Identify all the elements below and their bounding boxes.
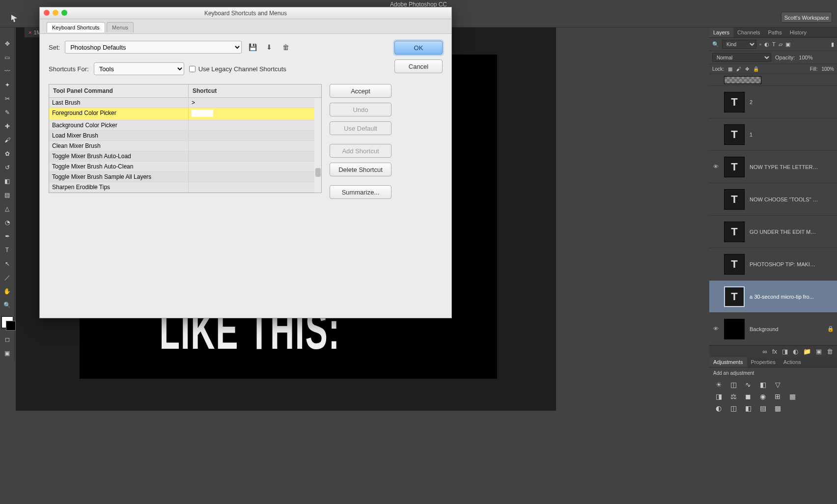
tab-actions[interactable]: Actions: [780, 357, 805, 367]
layer-name[interactable]: Background: [750, 326, 779, 332]
tab-history[interactable]: History: [786, 28, 810, 37]
filter-type-icon[interactable]: T: [772, 41, 776, 47]
invert-icon[interactable]: ◐: [714, 404, 723, 412]
dialog-titlebar[interactable]: Keyboard Shortcuts and Menus: [40, 7, 451, 19]
visibility-toggle-icon[interactable]: 👁: [712, 164, 719, 170]
shortcut-row[interactable]: Toggle Mixer Brush Sample All Layers: [49, 172, 321, 182]
link-layers-icon[interactable]: ∞: [763, 348, 767, 355]
tab-menus[interactable]: Menus: [107, 22, 134, 32]
layer-name[interactable]: 2: [750, 99, 753, 105]
marquee-tool-icon[interactable]: ▭: [1, 51, 14, 64]
new-set-icon[interactable]: 💾: [247, 42, 258, 53]
healing-tool-icon[interactable]: ✚: [1, 120, 14, 133]
photo-filter-icon[interactable]: ◉: [758, 392, 767, 400]
shortcut-row[interactable]: Foreground Color Picker: [49, 108, 321, 120]
delete-shortcut-button[interactable]: Delete Shortcut: [330, 163, 391, 176]
shortcut-cell[interactable]: [189, 120, 314, 130]
set-select[interactable]: Photoshop Defaults: [65, 41, 242, 54]
layer-name[interactable]: a 30-second micro-tip fro...: [750, 294, 814, 300]
shortcut-row[interactable]: Toggle Mixer Brush Auto-Load: [49, 151, 321, 162]
wand-tool-icon[interactable]: ✦: [1, 79, 14, 91]
close-icon[interactable]: [44, 10, 50, 16]
layer-name[interactable]: NOW CHOOSE "TOOLS" TH...: [750, 196, 818, 202]
layer-group-icon[interactable]: 📁: [803, 348, 811, 355]
brush-tool-icon[interactable]: 🖌: [1, 134, 14, 146]
shortcut-cell[interactable]: [189, 131, 314, 140]
color-lookup-icon[interactable]: ▦: [788, 392, 797, 400]
crop-tool-icon[interactable]: ✂: [1, 92, 14, 105]
minimize-icon[interactable]: [53, 10, 58, 16]
add-shortcut-button[interactable]: Add Shortcut: [330, 144, 391, 158]
filter-shape-icon[interactable]: ▱: [779, 41, 782, 48]
delete-set-icon[interactable]: 🗑: [280, 42, 292, 53]
visibility-toggle-icon[interactable]: [712, 131, 719, 138]
layer-thumbnail[interactable]: T: [724, 92, 745, 112]
layer-row[interactable]: T1: [709, 118, 837, 151]
path-tool-icon[interactable]: ↖: [1, 257, 14, 270]
channel-mixer-icon[interactable]: ⊞: [773, 392, 782, 400]
visibility-toggle-icon[interactable]: 👁: [712, 326, 719, 333]
tab-properties[interactable]: Properties: [747, 357, 780, 367]
lock-all-icon[interactable]: 🔒: [753, 66, 759, 72]
filter-pixel-icon[interactable]: ▫: [759, 41, 761, 47]
levels-icon[interactable]: ◫: [729, 381, 738, 389]
shortcuts-for-select[interactable]: Tools: [94, 62, 184, 75]
layer-thumbnail[interactable]: [724, 319, 745, 339]
gradient-tool-icon[interactable]: ▤: [1, 189, 14, 201]
filter-toggle-icon[interactable]: ▮: [831, 41, 834, 48]
quickmask-icon[interactable]: ◻: [1, 333, 14, 346]
shortcut-cell[interactable]: [189, 162, 314, 171]
pen-tool-icon[interactable]: ✒: [1, 230, 14, 243]
legacy-checkbox[interactable]: Use Legacy Channel Shortcuts: [189, 65, 286, 73]
search-icon[interactable]: 🔍: [712, 41, 719, 48]
blend-mode-select[interactable]: Normal: [712, 53, 771, 62]
layer-mask-strip[interactable]: [709, 74, 837, 86]
filter-adjust-icon[interactable]: ◐: [764, 41, 769, 48]
opacity-value[interactable]: 100%: [799, 55, 812, 60]
layer-row[interactable]: 👁Background🔒: [709, 313, 837, 345]
layer-name[interactable]: NOW TYPE THE LETTER "N": [750, 164, 818, 170]
lasso-tool-icon[interactable]: 〰: [1, 65, 14, 78]
tab-paths[interactable]: Paths: [764, 28, 786, 37]
threshold-icon[interactable]: ◧: [744, 404, 753, 412]
layer-thumbnail[interactable]: T: [724, 157, 745, 177]
layer-thumbnail[interactable]: T: [724, 286, 745, 307]
zoom-tool-icon[interactable]: 🔍: [1, 299, 14, 311]
shape-tool-icon[interactable]: ／: [1, 271, 14, 284]
gradient-map-icon[interactable]: ▤: [758, 404, 767, 412]
layer-thumbnail[interactable]: T: [724, 222, 745, 242]
shortcut-cell[interactable]: [189, 108, 314, 120]
shortcut-cell[interactable]: >: [189, 98, 314, 108]
layer-row[interactable]: TNOW CHOOSE "TOOLS" TH...: [709, 183, 837, 216]
grid-scroll-thumb[interactable]: [315, 168, 321, 177]
eraser-tool-icon[interactable]: ◧: [1, 175, 14, 188]
tab-channels[interactable]: Channels: [733, 28, 764, 37]
brightness-icon[interactable]: ☀: [714, 381, 723, 389]
eyedropper-tool-icon[interactable]: ✎: [1, 106, 14, 119]
shortcut-cell[interactable]: [189, 141, 314, 151]
summarize-button[interactable]: Summarize...: [330, 185, 391, 199]
layer-fx-icon[interactable]: fx: [772, 348, 777, 355]
tab-adjustments[interactable]: Adjustments: [709, 357, 747, 367]
visibility-toggle-icon[interactable]: [712, 228, 719, 235]
layer-name[interactable]: GO UNDER THE EDIT MENU ...: [750, 229, 818, 235]
shortcut-cell[interactable]: [189, 151, 314, 161]
layer-thumbnail[interactable]: T: [724, 254, 745, 275]
grid-scrollbar[interactable]: [314, 98, 321, 193]
filter-kind-select[interactable]: Kind: [722, 40, 756, 49]
cancel-button[interactable]: Cancel: [394, 59, 443, 73]
visibility-toggle-icon[interactable]: [712, 261, 719, 268]
shortcut-input[interactable]: [192, 110, 213, 117]
shortcut-row[interactable]: Toggle Mixer Brush Auto-Clean: [49, 162, 321, 172]
shortcut-row[interactable]: Background Color Picker: [49, 120, 321, 131]
visibility-toggle-icon[interactable]: [712, 196, 719, 203]
ok-button[interactable]: OK: [394, 41, 443, 55]
shortcut-cell[interactable]: [189, 172, 314, 182]
layer-name[interactable]: 1: [750, 132, 753, 138]
tab-keyboard-shortcuts[interactable]: Keyboard Shortcuts: [47, 22, 105, 32]
posterize-icon[interactable]: ◫: [729, 404, 738, 412]
color-balance-icon[interactable]: ⚖: [729, 392, 738, 400]
vibrance-icon[interactable]: ▽: [773, 381, 782, 389]
shortcut-row[interactable]: Last Brush>: [49, 98, 321, 108]
lock-position-icon[interactable]: ✥: [745, 66, 749, 72]
